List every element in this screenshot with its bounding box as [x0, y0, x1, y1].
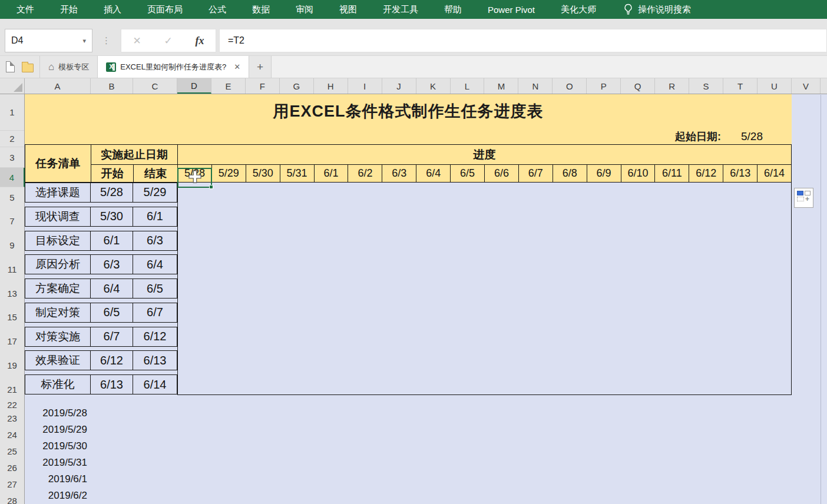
- timeline-date-cell[interactable]: 6/6: [485, 165, 519, 182]
- task-name-cell[interactable]: 方案确定: [25, 279, 91, 298]
- empty-cells[interactable]: [792, 144, 827, 183]
- ribbon-tab[interactable]: 插入: [104, 4, 121, 15]
- column-header-a[interactable]: A: [25, 78, 91, 94]
- helper-date-cell[interactable]: 2019/5/31: [25, 457, 87, 469]
- row-header[interactable]: 27: [0, 476, 24, 492]
- task-name-cell[interactable]: 对策实施: [25, 327, 91, 346]
- column-header[interactable]: L: [451, 78, 485, 94]
- timeline-date-cell[interactable]: 5/29: [212, 165, 246, 182]
- enter-icon[interactable]: ✓: [164, 35, 172, 47]
- ribbon-tab[interactable]: 页面布局: [147, 4, 183, 15]
- row-header[interactable]: 13: [0, 283, 24, 303]
- task-name-cell[interactable]: 制定对策: [25, 303, 91, 322]
- task-name-cell[interactable]: 原因分析: [25, 255, 91, 274]
- cancel-icon[interactable]: ✕: [133, 35, 141, 47]
- timeline-date-cell[interactable]: 6/3: [382, 165, 416, 182]
- row-header[interactable]: 5: [0, 187, 24, 207]
- helper-date-cell[interactable]: 2019/6/2: [25, 490, 87, 502]
- row-header[interactable]: 11: [0, 259, 24, 279]
- helper-date-cell[interactable]: 2019/5/30: [25, 440, 87, 452]
- fill-handle[interactable]: [209, 185, 213, 189]
- timeline-date-cell[interactable]: 6/4: [416, 165, 451, 182]
- task-name-cell[interactable]: 标准化: [25, 375, 91, 394]
- timeline-date-cell[interactable]: 6/9: [587, 165, 621, 182]
- timeline-date-cell[interactable]: 6/10: [621, 165, 656, 182]
- name-box[interactable]: D4 ▾: [5, 29, 92, 52]
- column-header[interactable]: Q: [621, 78, 655, 94]
- task-end-cell[interactable]: 6/12: [133, 327, 177, 346]
- column-header[interactable]: I: [348, 78, 382, 94]
- column-header[interactable]: M: [484, 78, 518, 94]
- task-start-cell[interactable]: 6/3: [91, 255, 133, 274]
- ribbon-tab[interactable]: 美化大师: [561, 4, 596, 15]
- open-folder-icon[interactable]: [22, 64, 34, 72]
- task-start-cell[interactable]: 6/1: [91, 231, 133, 250]
- task-end-cell[interactable]: 6/3: [133, 231, 177, 250]
- task-name-cell[interactable]: 效果验证: [25, 351, 91, 370]
- task-start-cell[interactable]: 6/7: [91, 327, 133, 346]
- title-cell[interactable]: 用EXCEL条件格式制作生任务进度表: [25, 94, 792, 129]
- tab-active-document[interactable]: X EXCEL里如何制作任务进度表? ✕: [98, 56, 249, 78]
- task-list-header-cell[interactable]: 任务清单: [25, 145, 91, 182]
- row-header[interactable]: 24: [0, 426, 24, 443]
- task-end-cell[interactable]: 6/14: [133, 375, 177, 394]
- ribbon-tab[interactable]: Power Pivot: [488, 5, 535, 15]
- row-header[interactable]: 7: [0, 211, 24, 231]
- column-header-b[interactable]: B: [91, 78, 133, 94]
- column-header[interactable]: E: [211, 78, 246, 94]
- column-header[interactable]: F: [246, 78, 280, 94]
- insert-function-icon[interactable]: fx: [196, 35, 204, 47]
- ribbon-tab[interactable]: 公式: [209, 4, 226, 15]
- ribbon-tab[interactable]: 审阅: [296, 4, 313, 15]
- active-cell-d4[interactable]: [177, 168, 212, 188]
- timeline-date-cell[interactable]: 6/2: [348, 165, 382, 182]
- column-header[interactable]: G: [280, 78, 314, 94]
- empty-cells[interactable]: [792, 183, 827, 395]
- helper-date-cell[interactable]: 2019/6/1: [25, 473, 87, 485]
- row-header[interactable]: 25: [0, 443, 24, 459]
- progress-gantt-area[interactable]: [177, 183, 792, 395]
- ribbon-tab[interactable]: 开始: [60, 4, 78, 15]
- row-header[interactable]: 19: [0, 356, 24, 376]
- ribbon-tab[interactable]: 数据: [252, 4, 270, 15]
- progress-header-cell[interactable]: 进度: [178, 145, 791, 164]
- row-22-empty[interactable]: [25, 395, 827, 405]
- tab-template-zone[interactable]: ⌂ 模板专区: [40, 56, 98, 78]
- ribbon-tab[interactable]: 视图: [339, 4, 357, 15]
- task-name-cell[interactable]: 目标设定: [25, 231, 91, 250]
- column-header[interactable]: N: [518, 78, 553, 94]
- timeline-date-cell[interactable]: 6/7: [519, 165, 553, 182]
- timeline-date-cell[interactable]: 5/31: [280, 165, 315, 182]
- task-name-cell[interactable]: 选择课题: [25, 183, 91, 202]
- task-end-cell[interactable]: 6/13: [133, 351, 177, 370]
- date-range-header-cell[interactable]: 实施起止日期: [91, 145, 178, 164]
- new-tab-button[interactable]: +: [249, 56, 272, 78]
- task-end-cell[interactable]: 6/1: [133, 207, 177, 226]
- row-header[interactable]: 15: [0, 307, 24, 327]
- timeline-date-cell[interactable]: 6/14: [757, 165, 791, 182]
- row-header[interactable]: 17: [0, 331, 24, 352]
- close-tab-icon[interactable]: ✕: [234, 62, 240, 71]
- ribbon-tab[interactable]: 开发工具: [383, 4, 418, 15]
- column-header[interactable]: P: [587, 78, 621, 94]
- row-header[interactable]: 9: [0, 236, 24, 256]
- task-end-cell[interactable]: 5/29: [133, 183, 177, 202]
- timeline-date-cell[interactable]: 6/13: [723, 165, 757, 182]
- timeline-date-cell[interactable]: 6/1: [315, 165, 349, 182]
- ribbon-tab[interactable]: 帮助: [444, 4, 462, 15]
- task-start-cell[interactable]: 6/4: [91, 279, 133, 298]
- task-start-cell[interactable]: 6/12: [91, 351, 133, 370]
- task-start-cell[interactable]: 5/28: [91, 183, 133, 202]
- timeline-date-cell[interactable]: 5/30: [246, 165, 280, 182]
- name-box-dropdown-icon[interactable]: ▾: [82, 37, 86, 45]
- row-header[interactable]: 28: [0, 492, 24, 504]
- row-header[interactable]: 26: [0, 459, 24, 476]
- row-header-1[interactable]: 1: [0, 94, 24, 131]
- column-header[interactable]: H: [314, 78, 348, 94]
- task-start-cell[interactable]: 6/5: [91, 303, 133, 322]
- helper-date-cell[interactable]: 2019/5/28: [25, 407, 87, 419]
- row-header-4-selected[interactable]: 4: [0, 168, 25, 187]
- row-header-22[interactable]: 22: [0, 399, 24, 410]
- column-header[interactable]: K: [416, 78, 451, 94]
- column-header-v[interactable]: V: [792, 78, 821, 94]
